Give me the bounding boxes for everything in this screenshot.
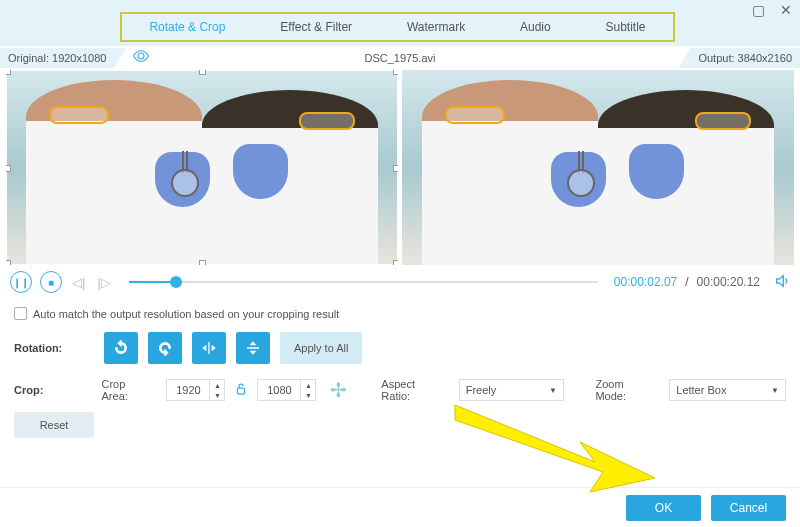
automatch-checkbox[interactable] <box>14 307 27 320</box>
crop-handle-br[interactable] <box>393 260 398 265</box>
tab-rotate-crop[interactable]: Rotate & Crop <box>141 20 233 34</box>
minimize-icon[interactable]: ▢ <box>750 2 766 18</box>
crop-handle-tl[interactable] <box>6 70 11 75</box>
zoom-mode-select[interactable]: Letter Box▼ <box>669 379 786 401</box>
options-panel: Auto match the output resolution based o… <box>0 295 800 438</box>
close-icon[interactable]: ✕ <box>778 2 794 18</box>
crop-position-icon[interactable]: ✢ <box>326 378 349 402</box>
crop-label: Crop: <box>14 384 92 396</box>
lock-aspect-icon[interactable] <box>235 382 247 398</box>
window-controls: ▢ ✕ <box>750 2 794 18</box>
tab-watermark[interactable]: Watermark <box>399 20 473 34</box>
aspect-ratio-select[interactable]: Freely▼ <box>459 379 564 401</box>
crop-w-up[interactable]: ▲ <box>210 380 224 390</box>
automatch-label: Auto match the output resolution based o… <box>33 308 339 320</box>
output-resolution-label: Output: 3840x2160 <box>678 48 800 68</box>
chevron-down-icon: ▼ <box>771 386 779 395</box>
aspect-ratio-label: Aspect Ratio: <box>381 378 444 402</box>
crop-handle-ml[interactable] <box>6 165 11 172</box>
preview-original[interactable] <box>6 70 398 265</box>
tabs-highlight-frame: Rotate & Crop Effect & Filter Watermark … <box>120 12 675 42</box>
crop-handle-bc[interactable] <box>199 260 206 265</box>
dialog-footer: OK Cancel <box>0 487 800 527</box>
tab-audio[interactable]: Audio <box>512 20 559 34</box>
stop-icon[interactable]: ■ <box>40 271 62 293</box>
cancel-button[interactable]: Cancel <box>711 495 786 521</box>
crop-handle-mr[interactable] <box>393 165 398 172</box>
crop-frame[interactable] <box>6 70 398 265</box>
rotate-left-button[interactable] <box>104 332 138 364</box>
tab-effect-filter[interactable]: Effect & Filter <box>272 20 360 34</box>
time-current: 00:00:02.07 <box>614 275 677 289</box>
original-resolution-label: Original: 1920x1080 <box>0 48 126 68</box>
crop-handle-tr[interactable] <box>393 70 398 75</box>
seek-slider[interactable] <box>129 281 598 283</box>
crop-area-label: Crop Area: <box>102 378 153 402</box>
time-total: 00:00:20.12 <box>697 275 760 289</box>
reset-button[interactable]: Reset <box>14 412 94 438</box>
info-bar: Original: 1920x1080 DSC_1975.avi Output:… <box>0 46 800 70</box>
pause-icon[interactable]: ❙❙ <box>10 271 32 293</box>
chevron-down-icon: ▼ <box>549 386 557 395</box>
preview-output <box>402 70 794 265</box>
crop-h-down[interactable]: ▼ <box>301 390 315 400</box>
crop-handle-bl[interactable] <box>6 260 11 265</box>
rotate-right-button[interactable] <box>148 332 182 364</box>
speaker-icon[interactable] <box>774 273 790 292</box>
time-sep: / <box>685 275 688 289</box>
svg-rect-0 <box>238 388 245 394</box>
rotation-label: Rotation: <box>14 342 94 354</box>
ok-button[interactable]: OK <box>626 495 701 521</box>
prev-frame-icon[interactable]: ◁| <box>70 275 87 290</box>
flip-horizontal-button[interactable] <box>192 332 226 364</box>
title-bar: Rotate & Crop Effect & Filter Watermark … <box>0 0 800 46</box>
crop-w-down[interactable]: ▼ <box>210 390 224 400</box>
crop-height-input[interactable]: 1080▲▼ <box>257 379 316 401</box>
filename-label: DSC_1975.avi <box>365 52 436 64</box>
zoom-mode-label: Zoom Mode: <box>595 378 655 402</box>
next-frame-icon[interactable]: |▷ <box>95 275 112 290</box>
preview-row <box>0 70 800 265</box>
eye-icon[interactable] <box>132 49 150 65</box>
crop-h-up[interactable]: ▲ <box>301 380 315 390</box>
crop-handle-tc[interactable] <box>199 70 206 75</box>
playback-controls: ❙❙ ■ ◁| |▷ 00:00:02.07/00:00:20.12 <box>0 265 800 295</box>
flip-vertical-button[interactable] <box>236 332 270 364</box>
apply-to-all-button[interactable]: Apply to All <box>280 332 362 364</box>
crop-width-input[interactable]: 1920▲▼ <box>166 379 225 401</box>
tab-subtitle[interactable]: Subtitle <box>598 20 654 34</box>
